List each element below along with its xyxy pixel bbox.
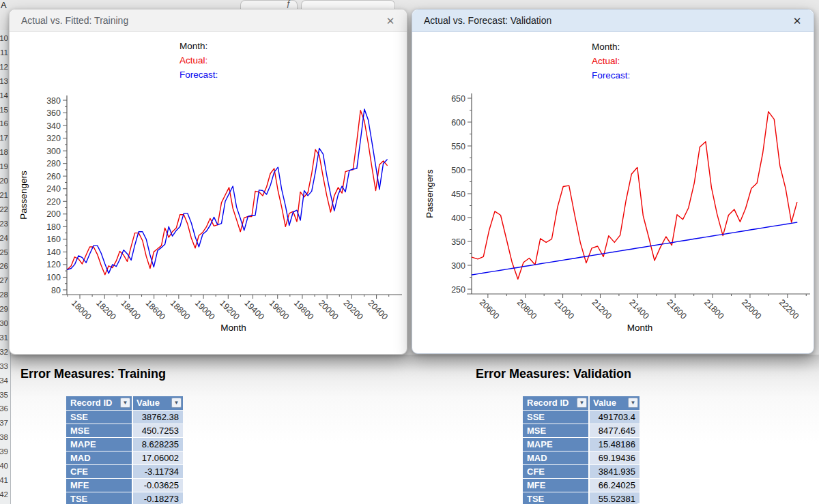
table-row: MSE8477.645 <box>523 424 640 437</box>
filter-dropdown-icon[interactable]: ▼ <box>577 398 587 408</box>
svg-text:180: 180 <box>46 222 61 232</box>
svg-text:22200: 22200 <box>777 297 801 321</box>
value-cell[interactable]: 69.19436 <box>590 451 640 464</box>
svg-text:Passengers: Passengers <box>425 169 435 218</box>
value-cell[interactable]: -0.03625 <box>133 479 183 492</box>
svg-text:280: 280 <box>46 159 61 168</box>
svg-text:550: 550 <box>451 142 465 151</box>
column-header-record-id[interactable]: Record ID▼ <box>66 396 132 410</box>
record-id-cell[interactable]: SSE <box>66 411 132 424</box>
value-cell[interactable]: 8477.645 <box>590 424 640 437</box>
record-id-cell[interactable]: CFE <box>66 465 132 478</box>
svg-text:22000: 22000 <box>740 297 764 321</box>
record-id-cell[interactable]: MAPE <box>66 438 132 451</box>
row-number: 14 <box>0 89 8 103</box>
value-cell[interactable]: 17.06002 <box>133 451 183 464</box>
chart-hover-legend: Month: Actual: Forecast: <box>592 40 630 83</box>
record-id-cell[interactable]: CFE <box>523 465 588 478</box>
row-number: 41 <box>0 473 8 488</box>
value-cell[interactable]: 15.48186 <box>590 438 640 451</box>
value-cell[interactable]: 491703.4 <box>590 411 640 424</box>
svg-text:240: 240 <box>46 184 61 194</box>
row-number: 19 <box>0 160 8 174</box>
column-header-value[interactable]: Value▼ <box>590 396 640 410</box>
row-number: 10 <box>0 31 8 46</box>
svg-text:21000: 21000 <box>552 297 576 321</box>
svg-text:Passengers: Passengers <box>18 171 29 220</box>
record-id-cell[interactable]: MFE <box>523 479 588 492</box>
svg-text:18600: 18600 <box>144 298 168 322</box>
svg-text:20800: 20800 <box>515 297 539 321</box>
table-row: SSE38762.38 <box>66 411 183 424</box>
record-id-cell[interactable]: MAD <box>66 451 132 464</box>
row-number: 35 <box>0 388 8 402</box>
record-id-cell[interactable]: MAD <box>523 451 588 464</box>
value-cell[interactable]: 8.628235 <box>133 438 183 451</box>
svg-text:21400: 21400 <box>627 297 651 321</box>
table-row: MAD17.06002 <box>66 451 183 464</box>
value-cell[interactable]: 55.52381 <box>590 492 640 504</box>
record-id-cell[interactable]: MSE <box>66 424 132 437</box>
svg-text:18200: 18200 <box>94 298 118 322</box>
svg-text:650: 650 <box>451 94 465 104</box>
column-header-record-id[interactable]: Record ID▼ <box>523 396 588 410</box>
record-id-cell[interactable]: TSE <box>66 492 132 504</box>
dialog-titlebar[interactable]: Actual vs. Forecast: Validation ✕ <box>412 10 814 32</box>
chart-hover-legend: Month: Actual: Forecast: <box>179 39 218 82</box>
close-icon[interactable]: ✕ <box>790 10 805 32</box>
svg-text:21800: 21800 <box>702 297 726 321</box>
row-number: 22 <box>0 203 8 217</box>
row-number: 29 <box>0 302 8 316</box>
row-number: 28 <box>0 288 8 302</box>
record-id-cell[interactable]: TSE <box>523 492 588 504</box>
record-id-cell[interactable]: SSE <box>523 411 588 424</box>
svg-text:19600: 19600 <box>268 298 291 322</box>
table-row: TSE-0.18273 <box>66 492 183 504</box>
row-number: 33 <box>0 359 8 374</box>
row-number: 40 <box>0 459 8 473</box>
row-number: 24 <box>0 231 8 246</box>
row-number: 21 <box>0 188 8 203</box>
filter-dropdown-icon[interactable]: ▼ <box>171 398 182 408</box>
value-cell[interactable]: 450.7253 <box>133 424 183 437</box>
row-number: 27 <box>0 273 8 288</box>
table-row: MFE66.24025 <box>523 479 640 492</box>
fx-icon: ƒ <box>286 0 291 8</box>
dialog-title: Actual vs. Fitted: Training <box>21 15 128 26</box>
row-number: 38 <box>0 430 8 445</box>
table-row: CFE-3.11734 <box>66 465 183 478</box>
filter-dropdown-icon[interactable]: ▼ <box>628 398 638 408</box>
error-measures-table-training: Record ID▼Value▼SSE38762.38MSE450.7253MA… <box>66 396 183 504</box>
value-cell[interactable]: -0.18273 <box>133 492 183 504</box>
row-number: 16 <box>0 117 8 131</box>
dialog-validation-chart: Actual vs. Forecast: Validation ✕ Month:… <box>412 9 814 354</box>
legend-month-label: Month: <box>179 39 218 53</box>
svg-text:21600: 21600 <box>665 297 689 321</box>
row-number: 30 <box>0 316 8 331</box>
svg-text:260: 260 <box>46 172 61 181</box>
svg-text:400: 400 <box>451 213 465 223</box>
value-cell[interactable]: 38762.38 <box>133 411 183 424</box>
legend-month-label: Month: <box>592 40 630 54</box>
legend-actual-label: Actual: <box>179 53 218 68</box>
legend-forecast-label: Forecast: <box>592 68 630 83</box>
value-cell[interactable]: 3841.935 <box>590 465 640 478</box>
clipped-cell-text: A <box>1 0 7 10</box>
column-header-value[interactable]: Value▼ <box>133 396 183 410</box>
filter-dropdown-icon[interactable]: ▼ <box>120 398 130 408</box>
value-cell[interactable]: -3.11734 <box>133 465 183 478</box>
svg-text:19000: 19000 <box>193 298 217 322</box>
value-cell[interactable]: 66.24025 <box>590 479 640 492</box>
record-id-cell[interactable]: MFE <box>66 479 132 492</box>
legend-forecast-label: Forecast: <box>179 68 218 82</box>
row-number: 34 <box>0 374 8 388</box>
row-number: 13 <box>0 74 8 89</box>
dialog-titlebar[interactable]: Actual vs. Fitted: Training ✕ <box>10 10 407 32</box>
svg-text:80: 80 <box>51 286 61 295</box>
dialog-training-chart: Actual vs. Fitted: Training ✕ Month: Act… <box>9 9 407 355</box>
svg-text:360: 360 <box>46 108 61 118</box>
close-icon[interactable]: ✕ <box>383 10 398 32</box>
svg-text:18000: 18000 <box>70 298 94 322</box>
record-id-cell[interactable]: MAPE <box>523 438 588 451</box>
record-id-cell[interactable]: MSE <box>523 424 588 437</box>
